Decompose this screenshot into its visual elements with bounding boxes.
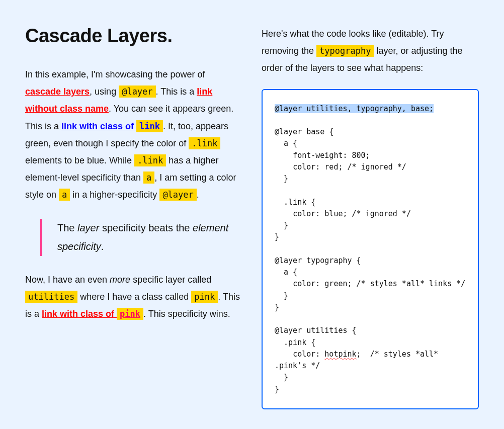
article-column: Cascade Layers. In this example, I'm sho… xyxy=(25,25,241,322)
link-with-class-pink[interactable]: link with class of pink xyxy=(42,308,143,320)
text: in a higher-specificity xyxy=(70,190,159,200)
code-utilities: utilities xyxy=(25,291,77,303)
css-editor[interactable]: @layer utilities, typography, base; @lay… xyxy=(262,89,479,409)
code-dot-link-2: .link xyxy=(134,154,166,166)
code-block-typography: @layer typography { a { color: green; /*… xyxy=(275,256,465,312)
code-layer-2: @layer xyxy=(159,189,196,201)
code-block-base: @layer base { a { font-weight: 800; colo… xyxy=(275,127,411,241)
text: . xyxy=(101,241,104,252)
text: specificity beats the xyxy=(99,222,193,233)
link-with-class-link[interactable]: link with class of link xyxy=(61,120,163,132)
text: specific layer called xyxy=(130,275,211,285)
page-title: Cascade Layers. xyxy=(25,25,241,47)
text: In this example, I'm showcasing the powe… xyxy=(25,69,205,79)
em-layer: layer xyxy=(77,222,99,233)
code-a-2: a xyxy=(59,189,70,201)
text: . This is a xyxy=(156,87,197,97)
text: , using xyxy=(90,87,119,97)
code-typography: typography xyxy=(316,45,374,57)
blockquote: The layer specificity beats the element … xyxy=(40,219,241,256)
text: Now, I have an even xyxy=(25,275,110,285)
code-link-class: link xyxy=(136,120,163,132)
code-hotpink-squiggle: hotpink xyxy=(324,350,356,359)
text: . This specificity wins. xyxy=(143,309,230,319)
code-pink-class: pink xyxy=(117,308,143,320)
paragraph-2: Now, I have an even more specific layer … xyxy=(25,271,241,323)
code-pink: pink xyxy=(191,291,218,303)
text: elements to be blue. While xyxy=(25,155,134,165)
code-a: a xyxy=(143,171,154,184)
paragraph-1: In this example, I'm showcasing the powe… xyxy=(25,66,241,204)
right-intro: Here's what the code looks like (editabl… xyxy=(262,25,479,77)
text: The xyxy=(57,222,77,233)
link-text: link with class of xyxy=(42,309,117,319)
code-dot-link: .link xyxy=(189,137,220,149)
cascade-layers-link[interactable]: cascade layers xyxy=(25,87,90,97)
link-text: link with class of xyxy=(61,121,136,131)
code-line-selected: @layer utilities, typography, base; xyxy=(275,104,434,113)
em-more: more xyxy=(110,275,130,285)
text: where I have a class called xyxy=(77,292,191,302)
text: . xyxy=(197,190,199,200)
code-column: Here's what the code looks like (editabl… xyxy=(262,25,479,409)
code-layer: @layer xyxy=(119,85,155,98)
